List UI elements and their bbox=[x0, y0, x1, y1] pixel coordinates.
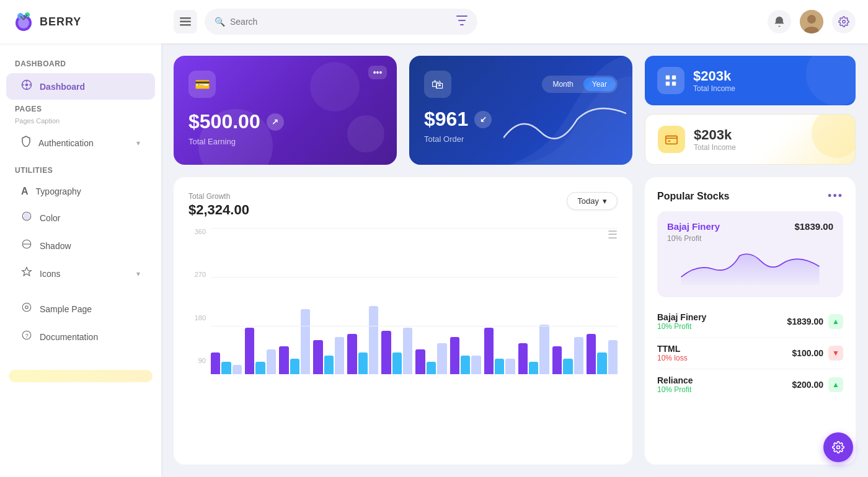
stock-bajaj-right: $1839.00 ▲ bbox=[787, 314, 843, 329]
stocks-header: Popular Stocks ••• bbox=[657, 190, 843, 203]
svg-rect-8 bbox=[180, 24, 191, 26]
bottom-section: Total Growth $2,324.00 Today ▾ ☰ bbox=[174, 177, 856, 465]
featured-stock-chart bbox=[667, 248, 833, 285]
svg-rect-24 bbox=[672, 82, 676, 85]
svg-rect-6 bbox=[180, 17, 191, 19]
income2-icon bbox=[658, 126, 685, 153]
featured-stock-header: Bajaj Finery $1839.00 bbox=[667, 221, 833, 232]
earning-trend-icon: ↗ bbox=[267, 113, 284, 131]
stock-reliance-profit: 10% Profit bbox=[657, 385, 693, 394]
stock-reliance-right: $200.00 ▲ bbox=[792, 377, 843, 392]
order-icon: 🛍 bbox=[424, 71, 451, 98]
sidebar-section-dashboard: Dashboard bbox=[0, 56, 161, 72]
income2-amount: $203k bbox=[694, 127, 736, 143]
stock-bajaj-trend: ▲ bbox=[828, 314, 843, 329]
stock-bajaj-price: $1839.00 bbox=[787, 317, 823, 326]
sidebar-item-authentication-label: Authentication bbox=[38, 138, 94, 148]
card-earning: 💳 ••• $500.00 ↗ Total Earning bbox=[174, 56, 397, 165]
stock-bajaj-profit: 10% Profit bbox=[657, 322, 706, 331]
chart-card: Total Growth $2,324.00 Today ▾ ☰ bbox=[174, 177, 632, 465]
stock-ttml-profit: 10% loss bbox=[657, 354, 688, 362]
today-filter-button[interactable]: Today ▾ bbox=[567, 192, 618, 210]
card-income2: $203k Total Income bbox=[645, 114, 856, 165]
stocks-card: Popular Stocks ••• Bajaj Finery $1839.00… bbox=[645, 177, 856, 465]
svg-rect-21 bbox=[666, 76, 670, 79]
sidebar-item-icons[interactable]: Icons ▾ bbox=[6, 260, 155, 287]
svg-point-13 bbox=[25, 84, 29, 87]
sidebar-item-samplepage[interactable]: Sample Page bbox=[6, 295, 155, 322]
svg-rect-22 bbox=[672, 76, 676, 79]
stocks-more-icon[interactable]: ••• bbox=[828, 190, 843, 203]
fab-settings-button[interactable] bbox=[823, 432, 853, 462]
svg-rect-7 bbox=[180, 21, 191, 23]
featured-stock-profit: 10% Profit bbox=[667, 234, 833, 243]
search-icon: 🔍 bbox=[215, 17, 225, 27]
order-trend-icon: ↙ bbox=[474, 111, 492, 128]
typography-icon: A bbox=[21, 186, 29, 197]
sidebar-item-icons-label: Icons bbox=[40, 269, 60, 279]
icons-chevron-icon: ▾ bbox=[136, 269, 140, 278]
sidebar-item-documentation[interactable]: ? Documentation bbox=[6, 323, 155, 350]
documentation-icon: ? bbox=[21, 330, 32, 344]
stock-reliance-name: Reliance bbox=[657, 375, 693, 385]
stock-reliance-trend: ▲ bbox=[828, 377, 843, 392]
sidebar-item-color[interactable]: Color bbox=[6, 204, 155, 231]
chart-area: ☰ 360 270 180 90 bbox=[188, 228, 618, 377]
svg-rect-26 bbox=[668, 141, 671, 142]
bars-container bbox=[211, 228, 618, 377]
stock-reliance-price: $200.00 bbox=[792, 380, 823, 390]
earning-more-button[interactable]: ••• bbox=[368, 66, 387, 79]
svg-point-17 bbox=[22, 303, 31, 312]
stock-ttml-name: TTML bbox=[657, 344, 688, 354]
svg-point-10 bbox=[807, 15, 816, 24]
logo: BERRY bbox=[12, 11, 174, 33]
bar-group-6 bbox=[381, 328, 412, 374]
bar-group-11 bbox=[552, 337, 583, 374]
sidebar-item-shadow[interactable]: Shadow bbox=[6, 232, 155, 259]
header-right bbox=[768, 10, 856, 33]
bar-group-1 bbox=[211, 352, 242, 374]
income1-icon bbox=[657, 67, 684, 94]
income2-label: Total Income bbox=[694, 143, 736, 152]
featured-stock-name: Bajaj Finery bbox=[667, 221, 720, 232]
search-input[interactable] bbox=[230, 17, 451, 27]
sidebar-promo bbox=[9, 370, 153, 382]
stocks-list: Bajaj Finery 10% Profit $1839.00 ▲ TTML … bbox=[657, 306, 843, 400]
sidebar-item-dashboard[interactable]: Dashboard bbox=[6, 73, 155, 100]
chart-title: Total Growth bbox=[188, 192, 249, 201]
settings-button[interactable] bbox=[832, 10, 856, 33]
svg-point-18 bbox=[25, 306, 29, 309]
notification-button[interactable] bbox=[768, 10, 791, 33]
bar-group-12 bbox=[587, 334, 618, 374]
bar-group-2 bbox=[245, 328, 276, 374]
sidebar-item-dashboard-label: Dashboard bbox=[40, 82, 85, 92]
featured-stock-price: $1839.00 bbox=[794, 221, 833, 232]
stock-ttml-price: $100.00 bbox=[792, 348, 823, 358]
avatar[interactable] bbox=[800, 10, 823, 33]
svg-text:?: ? bbox=[25, 333, 29, 339]
sidebar-item-authentication[interactable]: Authentication ▾ bbox=[6, 129, 155, 156]
bar-group-5 bbox=[347, 306, 378, 374]
sidebar-item-shadow-label: Shadow bbox=[40, 241, 71, 251]
top-cards-row: 💳 ••• $500.00 ↗ Total Earning 🛍 bbox=[174, 56, 856, 165]
color-icon bbox=[21, 211, 32, 225]
sidebar-section-pages: Pages bbox=[0, 101, 161, 117]
sidebar: Dashboard Dashboard Pages Pages Caption … bbox=[0, 43, 161, 477]
shadow-icon bbox=[21, 239, 32, 253]
svg-rect-23 bbox=[666, 82, 670, 85]
stock-ttml-info: TTML 10% loss bbox=[657, 344, 688, 362]
stock-bajaj-name: Bajaj Finery bbox=[657, 312, 706, 322]
card-income1: $203k Total Income bbox=[645, 56, 856, 105]
sidebar-item-color-label: Color bbox=[40, 213, 60, 223]
bar-group-3 bbox=[279, 309, 310, 374]
earning-icon: 💳 bbox=[188, 71, 216, 98]
sidebar-section-utilities: Utilities bbox=[0, 162, 161, 178]
stocks-title: Popular Stocks bbox=[657, 191, 729, 202]
sidebar-item-typography[interactable]: A Typography bbox=[6, 180, 155, 203]
income1-amount: $203k bbox=[693, 68, 735, 84]
stock-bajaj-info: Bajaj Finery 10% Profit bbox=[657, 312, 706, 331]
income1-label: Total Income bbox=[693, 84, 735, 93]
menu-button[interactable] bbox=[174, 10, 197, 33]
filter-icon[interactable] bbox=[456, 15, 467, 28]
dropdown-arrow-icon: ▾ bbox=[603, 196, 607, 206]
